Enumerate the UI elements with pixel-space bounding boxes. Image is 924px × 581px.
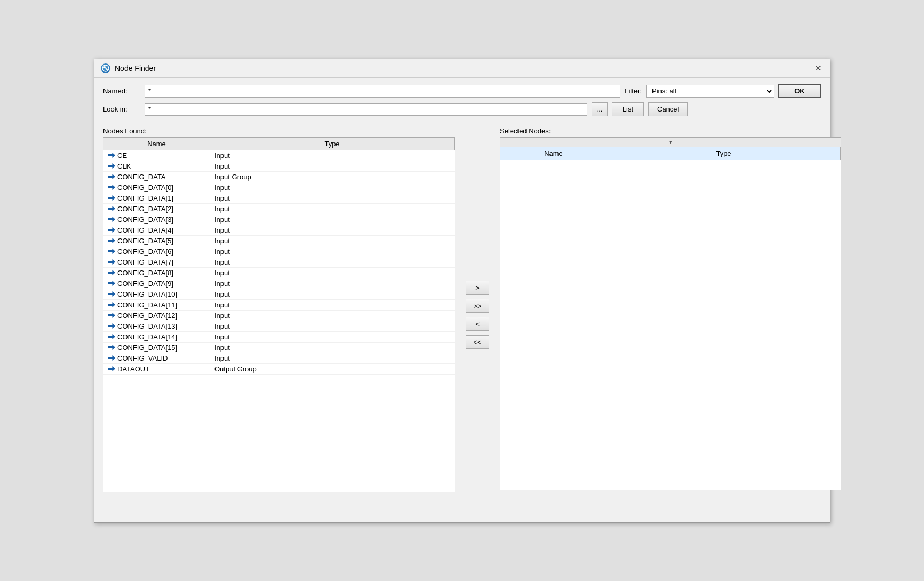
sort-arrow[interactable]: ▾ (500, 138, 841, 147)
filter-label: Filter: (625, 87, 642, 95)
table-row[interactable]: CONFIG_DATA[3] Input (103, 214, 455, 225)
node-name: CONFIG_DATA[0] (117, 184, 173, 192)
node-name: CONFIG_DATA[12] (117, 312, 177, 320)
node-icon (108, 174, 115, 179)
lookin-label: Look in: (103, 105, 140, 113)
node-type: Input (210, 311, 455, 321)
node-type: Input (210, 300, 455, 310)
node-icon (108, 259, 115, 265)
browse-button[interactable]: ... (592, 102, 608, 116)
node-name: CONFIG_DATA[14] (117, 333, 177, 341)
node-type: Input (210, 246, 455, 257)
node-name: CONFIG_DATA[8] (117, 269, 173, 277)
node-name: CONFIG_DATA[9] (117, 280, 173, 288)
node-name: CONFIG_DATA[6] (117, 248, 173, 256)
cancel-button[interactable]: Cancel (648, 102, 688, 116)
main-content: Nodes Found: Name Type CE Input CLK Inpu… (94, 125, 830, 499)
nodes-found-label: Nodes Found: (103, 127, 455, 135)
table-row[interactable]: CONFIG_DATA[13] Input (103, 321, 455, 332)
node-name: CONFIG_DATA[1] (117, 194, 173, 202)
node-icon (108, 163, 115, 169)
svg-line-2 (106, 68, 108, 70)
titlebar: Node Finder × (94, 59, 830, 78)
node-name: CONFIG_VALID (117, 354, 168, 362)
node-name: DATAOUT (117, 365, 149, 373)
node-type: Input (210, 321, 455, 331)
node-icon (108, 195, 115, 201)
table-row[interactable]: CONFIG_DATA[10] Input (103, 289, 455, 300)
table-row[interactable]: CONFIG_DATA[8] Input (103, 268, 455, 278)
selected-nodes-panel: Selected Nodes: ▾ Name Type (500, 127, 841, 492)
dialog-title: Node Finder (115, 64, 156, 73)
remove-all-button[interactable]: << (466, 335, 489, 349)
nodes-found-body[interactable]: CE Input CLK Input CONFIG_DATA Input Gro… (103, 150, 455, 492)
nodes-found-type-header: Type (210, 138, 455, 150)
node-type: Input (210, 182, 455, 193)
lookin-row: Look in: ... List Cancel (103, 102, 821, 116)
node-icon (108, 334, 115, 339)
node-finder-dialog: Node Finder × Named: Filter: Pins: all P… (94, 59, 830, 523)
table-row[interactable]: CONFIG_DATA[6] Input (103, 246, 455, 257)
node-type: Input (210, 236, 455, 246)
list-button[interactable]: List (612, 102, 644, 116)
node-icon (108, 227, 115, 233)
table-row[interactable]: CONFIG_VALID Input (103, 353, 455, 364)
node-type: Input (210, 353, 455, 363)
table-row[interactable]: CONFIG_DATA[9] Input (103, 278, 455, 289)
node-icon (108, 345, 115, 350)
node-type: Output Group (210, 364, 455, 374)
node-type: Input (210, 225, 455, 235)
node-icon (108, 323, 115, 329)
named-row: Named: Filter: Pins: all Pins: input Pin… (103, 84, 821, 98)
table-row[interactable]: DATAOUT Output Group (103, 364, 455, 375)
transfer-buttons: > >> < << (461, 138, 493, 492)
ok-button[interactable]: OK (778, 84, 821, 98)
lookin-input[interactable] (145, 103, 587, 116)
node-type: Input (210, 343, 455, 353)
table-row[interactable]: CONFIG_DATA[5] Input (103, 236, 455, 246)
table-row[interactable]: CONFIG_DATA[12] Input (103, 311, 455, 321)
selected-nodes-header: Name Type (500, 147, 841, 160)
table-row[interactable]: CONFIG_DATA[7] Input (103, 257, 455, 268)
titlebar-left: Node Finder (101, 63, 156, 73)
node-type: Input Group (210, 172, 455, 182)
node-name: CONFIG_DATA[7] (117, 258, 173, 266)
svg-point-1 (103, 66, 106, 68)
node-icon (108, 355, 115, 361)
add-all-button[interactable]: >> (466, 299, 489, 313)
table-row[interactable]: CONFIG_DATA[15] Input (103, 343, 455, 353)
node-type: Input (210, 204, 455, 214)
node-icon (108, 249, 115, 254)
table-row[interactable]: CONFIG_DATA[0] Input (103, 182, 455, 193)
node-type: Input (210, 161, 455, 171)
node-type: Input (210, 257, 455, 267)
node-name: CONFIG_DATA[5] (117, 237, 173, 245)
table-row[interactable]: CONFIG_DATA[11] Input (103, 300, 455, 311)
node-icon (108, 366, 115, 371)
node-icon (108, 185, 115, 190)
remove-one-button[interactable]: < (466, 317, 489, 331)
node-name: CONFIG_DATA[10] (117, 290, 177, 298)
node-icon (108, 206, 115, 211)
table-row[interactable]: CE Input (103, 150, 455, 161)
node-name: CLK (117, 162, 131, 170)
node-icon (108, 217, 115, 222)
node-icon (108, 291, 115, 297)
selected-nodes-body[interactable] (500, 160, 841, 490)
table-row[interactable]: CONFIG_DATA Input Group (103, 172, 455, 182)
selected-nodes-name-header: Name (500, 147, 607, 160)
node-icon (108, 302, 115, 307)
node-name: CONFIG_DATA[13] (117, 322, 177, 330)
node-type: Input (210, 289, 455, 299)
table-row[interactable]: CLK Input (103, 161, 455, 172)
node-type: Input (210, 214, 455, 225)
table-row[interactable]: CONFIG_DATA[2] Input (103, 204, 455, 214)
named-input[interactable] (145, 85, 620, 98)
table-row[interactable]: CONFIG_DATA[4] Input (103, 225, 455, 236)
close-button[interactable]: × (813, 63, 823, 73)
table-row[interactable]: CONFIG_DATA[14] Input (103, 332, 455, 343)
node-type: Input (210, 150, 455, 161)
add-one-button[interactable]: > (466, 281, 489, 295)
filter-select[interactable]: Pins: all Pins: input Pins: output Regis… (646, 85, 774, 98)
table-row[interactable]: CONFIG_DATA[1] Input (103, 193, 455, 204)
